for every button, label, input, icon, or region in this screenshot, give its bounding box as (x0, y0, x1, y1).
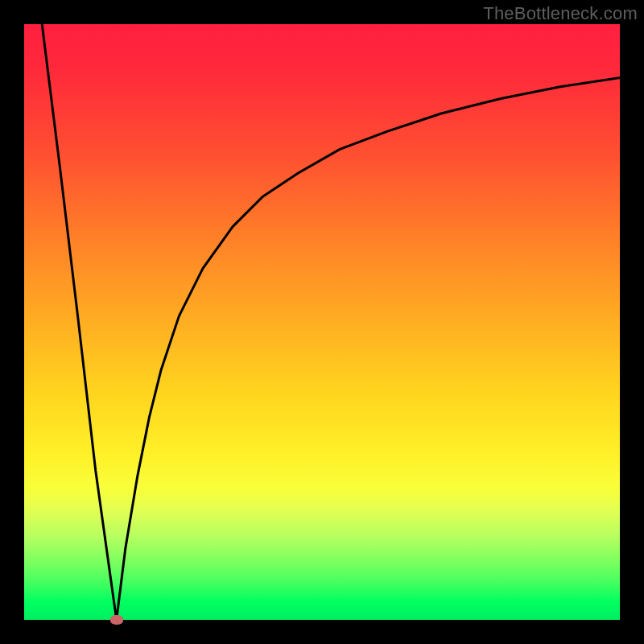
minimum-marker (110, 615, 123, 625)
watermark-label: TheBottleneck.com (483, 3, 638, 24)
bottleneck-curve (42, 24, 620, 620)
curve-layer (24, 24, 620, 620)
chart-frame: TheBottleneck.com (0, 0, 644, 644)
plot-area (24, 24, 620, 620)
